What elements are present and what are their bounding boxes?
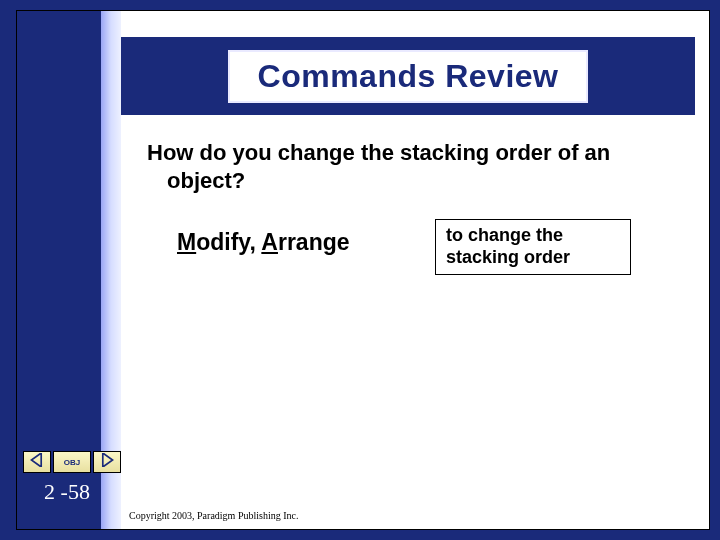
question-line-2: object? (147, 167, 679, 195)
answer-a-underline: A (261, 229, 278, 255)
explanation-box: to change the stacking order (435, 219, 631, 275)
page-number: 2 -58 (17, 479, 117, 505)
prev-button[interactable] (23, 451, 51, 473)
title-band: Commands Review (121, 37, 695, 115)
answer-odify: odify, (196, 229, 261, 255)
arrow-right-icon (100, 453, 114, 471)
answer-rrange: rrange (278, 229, 350, 255)
explanation-line-1: to change the (446, 225, 620, 247)
slide-frame: Commands Review How do you change the st… (16, 10, 710, 530)
question-text: How do you change the stacking order of … (147, 139, 679, 194)
answer-m-underline: M (177, 229, 196, 255)
copyright-text: Copyright 2003, Paradigm Publishing Inc. (129, 510, 298, 521)
title-box: Commands Review (228, 50, 589, 103)
obj-button[interactable]: OBJ (53, 451, 91, 473)
arrow-left-icon (30, 453, 44, 471)
answer-text: Modify, Arrange (177, 229, 350, 256)
question-line-1: How do you change the stacking order of … (147, 140, 610, 165)
explanation-line-2: stacking order (446, 247, 620, 269)
obj-label: OBJ (64, 458, 80, 467)
slide-title: Commands Review (258, 58, 559, 95)
next-button[interactable] (93, 451, 121, 473)
